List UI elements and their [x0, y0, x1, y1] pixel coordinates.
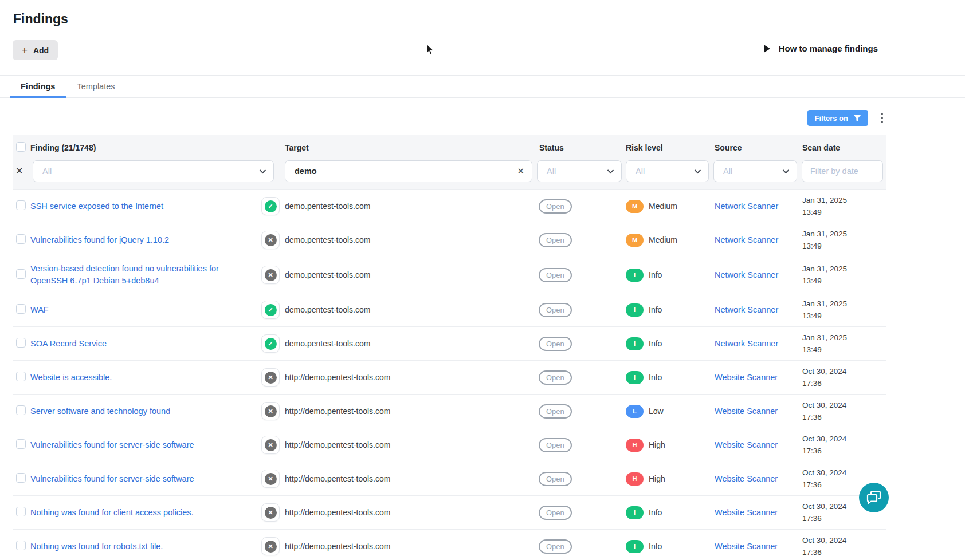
chevron-down-icon: [607, 167, 614, 173]
row-checkbox[interactable]: [16, 304, 26, 314]
risk-level-icon: M: [626, 200, 644, 213]
risk-level-label: Info: [649, 508, 662, 517]
table-row: Version-based detection found no vulnera…: [13, 257, 886, 293]
target-status-icon: ✕: [261, 231, 280, 249]
finding-link[interactable]: Nothing was found for client access poli…: [30, 508, 194, 517]
table-row: Vulnerabilities found for server-side so…: [13, 428, 886, 462]
source-link[interactable]: Network Scanner: [715, 305, 778, 314]
source-link[interactable]: Network Scanner: [715, 339, 778, 348]
more-options-kebab-icon[interactable]: [878, 111, 886, 125]
target-host: http://demo.pentest-tools.com: [285, 508, 390, 517]
risk-level-label: Info: [649, 270, 662, 279]
chat-bubbles-icon: [866, 491, 881, 504]
finding-link[interactable]: SSH service exposed to the Internet: [30, 202, 163, 211]
plus-icon: +: [22, 45, 28, 55]
target-status-icon: ✕: [261, 368, 280, 387]
target-host: http://demo.pentest-tools.com: [285, 407, 390, 416]
select-all-checkbox[interactable]: [16, 142, 26, 152]
target-status-icon: ✕: [261, 402, 280, 420]
finding-link[interactable]: WAF: [30, 305, 49, 314]
row-checkbox[interactable]: [16, 473, 26, 483]
risk-level-icon: L: [626, 405, 644, 418]
status-filter-select[interactable]: All: [537, 160, 622, 182]
row-checkbox[interactable]: [16, 372, 26, 381]
target-host: http://demo.pentest-tools.com: [285, 373, 390, 382]
source-link[interactable]: Website Scanner: [715, 542, 778, 551]
row-checkbox[interactable]: [16, 439, 26, 449]
status-filter-value: All: [547, 167, 556, 176]
source-link[interactable]: Website Scanner: [715, 508, 778, 517]
status-badge: Open: [539, 472, 572, 486]
target-filter-input[interactable]: [285, 160, 532, 182]
finding-filter-select[interactable]: All: [33, 160, 274, 182]
help-label: How to manage findings: [779, 44, 878, 53]
finding-link[interactable]: Server software and technology found: [30, 407, 170, 416]
table-header: Finding (21/1748) Target Status Risk lev…: [13, 135, 886, 189]
source-link[interactable]: Network Scanner: [715, 270, 778, 279]
target-host: http://demo.pentest-tools.com: [285, 542, 390, 551]
tab-templates[interactable]: Templates: [66, 76, 125, 97]
risk-filter-select[interactable]: All: [626, 160, 709, 182]
table-row: Website is accessible. ✕ http://demo.pen…: [13, 360, 886, 394]
row-checkbox[interactable]: [16, 541, 26, 550]
row-checkbox[interactable]: [16, 507, 26, 516]
risk-level-icon: I: [626, 337, 644, 350]
target-host: demo.pentest-tools.com: [285, 339, 370, 348]
finding-link[interactable]: Vulnerabilities found for server-side so…: [30, 474, 194, 483]
add-button[interactable]: + Add: [13, 40, 58, 60]
risk-level-label: High: [649, 440, 665, 449]
scan-date: Oct 30, 2024 17:36: [802, 433, 886, 457]
source-link[interactable]: Network Scanner: [715, 235, 778, 244]
risk-level-icon: I: [626, 540, 644, 553]
mouse-cursor: [426, 44, 435, 56]
chat-widget-button[interactable]: [859, 483, 889, 512]
how-to-manage-findings-link[interactable]: How to manage findings: [764, 44, 878, 53]
clear-filters-icon[interactable]: ✕: [15, 167, 23, 176]
source-link[interactable]: Network Scanner: [715, 202, 778, 211]
status-badge: Open: [539, 199, 572, 214]
scan-date-filter-input[interactable]: [802, 160, 883, 182]
scan-date: Jan 31, 2025 13:49: [802, 332, 886, 356]
status-badge: Open: [539, 506, 572, 520]
status-badge: Open: [539, 303, 572, 317]
filters-on-button[interactable]: Filters on: [807, 110, 868, 126]
source-filter-select[interactable]: All: [713, 160, 797, 182]
finding-link[interactable]: Vulnerabilities found for server-side so…: [30, 440, 194, 449]
target-host: demo.pentest-tools.com: [285, 270, 370, 279]
row-checkbox[interactable]: [16, 200, 26, 210]
table-row: Vulnerabilities found for server-side so…: [13, 462, 886, 495]
chevron-down-icon: [783, 167, 789, 173]
scan-date: Oct 30, 2024 17:36: [802, 399, 886, 423]
column-header-target: Target: [261, 143, 537, 152]
tab-findings[interactable]: Findings: [10, 76, 66, 97]
table-row: SSH service exposed to the Internet ✓ de…: [13, 189, 886, 223]
source-link[interactable]: Website Scanner: [715, 373, 778, 382]
finding-link[interactable]: SOA Record Service: [30, 339, 107, 348]
table-body: SSH service exposed to the Internet ✓ de…: [13, 189, 886, 560]
scan-date: Jan 31, 2025 13:49: [802, 194, 886, 218]
row-checkbox[interactable]: [16, 338, 26, 348]
table-row: Nothing was found for robots.txt file. ✕…: [13, 529, 886, 560]
source-link[interactable]: Website Scanner: [715, 407, 778, 416]
risk-level-label: Low: [649, 407, 664, 416]
findings-table: Finding (21/1748) Target Status Risk lev…: [13, 135, 886, 560]
risk-level-icon: M: [626, 234, 644, 247]
status-badge: Open: [539, 337, 572, 351]
finding-link[interactable]: Vulnerabilities found for jQuery 1.10.2: [30, 235, 169, 244]
source-link[interactable]: Website Scanner: [715, 440, 778, 449]
tab-bar: Findings Templates: [0, 75, 965, 98]
target-status-icon: ✕: [261, 503, 280, 522]
finding-link[interactable]: Website is accessible.: [30, 373, 112, 382]
source-link[interactable]: Website Scanner: [715, 474, 778, 483]
column-header-status: Status: [537, 143, 626, 152]
column-header-source: Source: [713, 143, 802, 152]
clear-target-filter-icon[interactable]: ✕: [517, 166, 524, 176]
row-checkbox[interactable]: [16, 405, 26, 415]
findings-page: Findings + Add How to manage findings Fi…: [0, 0, 965, 560]
row-checkbox[interactable]: [16, 234, 26, 244]
status-badge: Open: [539, 539, 572, 554]
finding-filter-value: All: [42, 167, 52, 176]
row-checkbox[interactable]: [16, 269, 26, 279]
finding-link[interactable]: Nothing was found for robots.txt file.: [30, 542, 163, 551]
finding-link[interactable]: Version-based detection found no vulnera…: [30, 264, 219, 285]
